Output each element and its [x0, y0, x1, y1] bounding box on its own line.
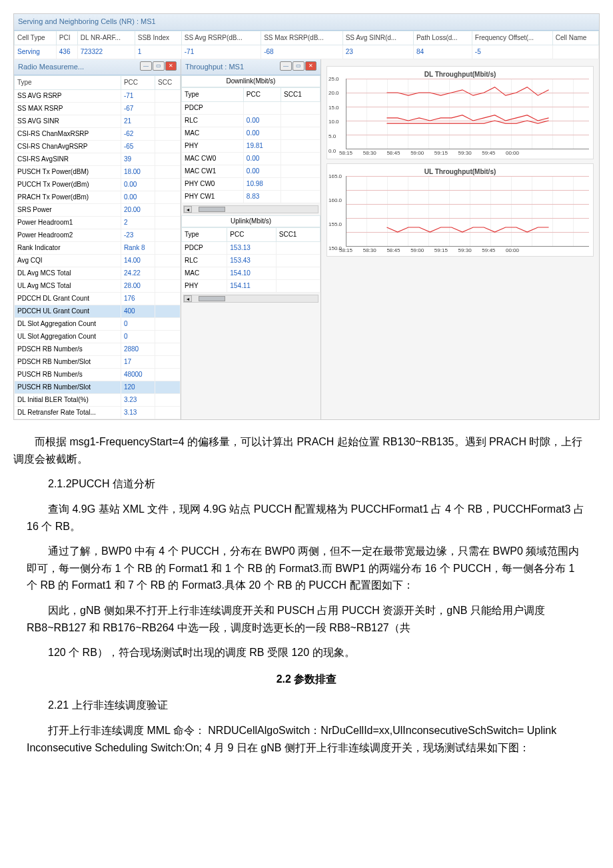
- radio-row: PRACH Tx Power(dBm)0.00: [15, 191, 181, 204]
- maximize-icon[interactable]: ▭: [153, 61, 165, 71]
- radio-row: SS MAX RSRP-67: [15, 103, 181, 115]
- tp-value: 154.11: [227, 280, 276, 293]
- tp-scc: [281, 140, 320, 153]
- radio-metric: Rank Indicator: [15, 242, 121, 255]
- radio-value: 400: [121, 305, 155, 318]
- close-icon[interactable]: ✕: [305, 61, 316, 71]
- radio-row: DL Slot Aggregation Count0: [15, 318, 181, 331]
- radio-scc: [155, 179, 181, 191]
- section-heading: 2.1.2PUCCH 信道分析: [27, 475, 586, 493]
- tp-col-scc1: SCC1: [281, 88, 320, 102]
- radio-value: -23: [121, 229, 155, 242]
- tp-dl-head: Downlink(Mbit/s): [181, 75, 320, 87]
- tp-value: 0.00: [243, 165, 281, 178]
- tp-value: 8.83: [243, 191, 281, 203]
- paragraph: 120 个 RB），符合现场测试时出现的调度 RB 受限 120 的现象。: [27, 644, 586, 661]
- close-icon[interactable]: ✕: [165, 61, 177, 71]
- radio-value: 0: [121, 318, 155, 331]
- minimize-icon[interactable]: —: [280, 61, 292, 71]
- radio-row: SS AVG SINR21: [15, 115, 181, 128]
- neigh-cells-table: Cell Type PCI DL NR-ARF... SSB Index SS …: [14, 31, 599, 59]
- radio-row: Rank IndicatorRank 8: [15, 242, 181, 255]
- tp-value: 153.13: [227, 242, 276, 255]
- radio-value: 14.00: [121, 255, 155, 267]
- scrollbar-horizontal[interactable]: ◄: [183, 205, 318, 213]
- radio-scc: [155, 191, 181, 204]
- radio-metric: SRS Power: [15, 204, 121, 217]
- cell-type: Serving: [15, 45, 57, 59]
- scroll-thumb[interactable]: [199, 207, 225, 212]
- tp-scc: [276, 242, 320, 255]
- radio-scc: [155, 381, 181, 394]
- radio-scc: [155, 356, 181, 369]
- tp-row: MAC CW10.00: [182, 165, 320, 178]
- tp-scc: [281, 115, 320, 127]
- radio-metric: SS AVG SINR: [15, 115, 121, 128]
- radio-scc: [155, 141, 181, 153]
- tp-value: [243, 102, 281, 115]
- radio-row: PDSCH RB Number/Slot17: [15, 356, 181, 369]
- radio-value: 3.13: [121, 407, 155, 419]
- scroll-left-icon[interactable]: ◄: [184, 206, 192, 213]
- paragraph: 因此，gNB 侧如果不打开上行非连续调度开关和 PUSCH 占用 PUCCH 资…: [27, 602, 586, 636]
- radio-scc: [155, 90, 181, 103]
- col-ssavgrsrp: SS Avg RSRP(dB...: [181, 31, 261, 45]
- radio-col-type: Type: [15, 76, 121, 90]
- radio-value: Rank 8: [121, 242, 155, 255]
- radio-value: 18.00: [121, 166, 155, 179]
- tp-row: RLC0.00: [182, 115, 320, 127]
- radio-metric: Power Headroom1: [15, 217, 121, 229]
- radio-scc: [155, 394, 181, 407]
- maximize-icon[interactable]: ▭: [293, 61, 305, 71]
- radio-value: 2880: [121, 343, 155, 356]
- radio-scc: [155, 103, 181, 115]
- tp-scc: [281, 165, 320, 178]
- tp-row: MAC CW00.00: [182, 153, 320, 165]
- radio-value: 0.00: [121, 191, 155, 204]
- radio-value: -65: [121, 141, 155, 153]
- radio-value: 2: [121, 217, 155, 229]
- scroll-thumb[interactable]: [199, 296, 225, 301]
- radio-metric: PDCCH UL Grant Count: [15, 305, 121, 318]
- scrollbar-horizontal-2[interactable]: ◄: [183, 295, 318, 303]
- radio-row: Avg CQI14.00: [15, 255, 181, 267]
- tp-metric: RLC: [182, 255, 227, 267]
- tp-metric: MAC CW0: [182, 153, 244, 165]
- radio-metric: SS AVG RSRP: [15, 90, 121, 103]
- radio-scc: [155, 280, 181, 293]
- radio-value: 0.00: [121, 179, 155, 191]
- tp-ul-head: Uplink(Mbit/s): [181, 215, 320, 227]
- radio-row: UL Slot Aggregation Count0: [15, 331, 181, 343]
- radio-value: 17: [121, 356, 155, 369]
- radio-scc: [155, 293, 181, 305]
- tp-scc: [276, 280, 320, 293]
- tp-row: PHY19.81: [182, 140, 320, 153]
- cell-freqoff: -5: [472, 45, 552, 59]
- radio-row: UL Avg MCS Total28.00: [15, 280, 181, 293]
- tp-value: 19.81: [243, 140, 281, 153]
- radio-metric: Power Headroom2: [15, 229, 121, 242]
- tp-metric: MAC: [182, 127, 244, 140]
- scroll-left-icon[interactable]: ◄: [184, 295, 192, 302]
- radio-win-title: Radio Measureme... ✕ ▭ —: [14, 59, 181, 76]
- tp-metric: PDCP: [182, 102, 244, 115]
- col-ssmaxrsrp: SS Max RSRP(dB...: [261, 31, 342, 45]
- radio-row: Power Headroom2-23: [15, 229, 181, 242]
- radio-scc: [155, 343, 181, 356]
- radio-value: 28.00: [121, 280, 155, 293]
- tp-row: PDCP: [182, 102, 320, 115]
- cell-ssavgrsrp: -71: [181, 45, 261, 59]
- radio-row: PDCCH DL Grant Count176: [15, 293, 181, 305]
- col-arfcn: DL NR-ARF...: [77, 31, 135, 45]
- chart: DL Throughput(Mbit/s)0.05.010.015.020.02…: [326, 66, 594, 159]
- paragraph: 而根据 msg1-FrequencyStart=4 的偏移量，可以计算出 PRA…: [13, 433, 586, 467]
- radio-scc: [155, 115, 181, 128]
- col-ssbidx: SSB Index: [135, 31, 181, 45]
- minimize-icon[interactable]: —: [140, 61, 152, 71]
- radio-metric: DL Slot Aggregation Count: [15, 318, 121, 331]
- paragraph: 通过了解，BWP0 中有 4 个 PUCCH，分布在 BWP0 两侧，但不一定在…: [27, 543, 586, 594]
- radio-value: -67: [121, 103, 155, 115]
- radio-scc: [155, 331, 181, 343]
- radio-value: 39: [121, 153, 155, 166]
- col-pathloss: Path Loss(d...: [413, 31, 472, 45]
